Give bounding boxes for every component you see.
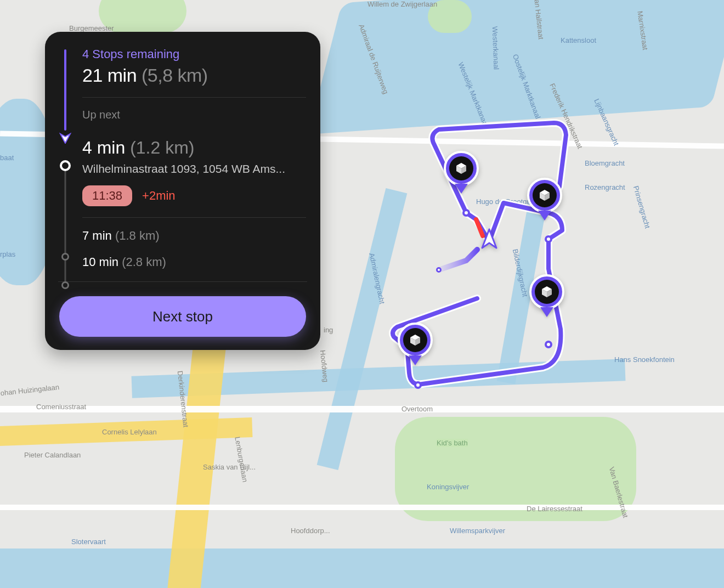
route-stop-dot	[545, 235, 552, 243]
next-stop-distance: (1.2 km)	[130, 138, 194, 157]
route-stop-dot	[462, 209, 470, 217]
total-eta: 21 min (5,8 km)	[82, 65, 306, 86]
eta-badge: 11:38	[82, 185, 132, 206]
next-stop-button[interactable]: Next stop	[59, 296, 306, 337]
later-stop-time: 10 min	[82, 255, 118, 269]
timeline-current-stop-icon	[60, 160, 71, 171]
timeline	[59, 47, 71, 269]
route-origin-dot	[436, 267, 442, 273]
total-distance-value: (5,8 km)	[142, 65, 208, 86]
package-icon	[449, 156, 473, 180]
divider	[82, 97, 306, 98]
route-stop-dot	[545, 341, 552, 348]
map-pin[interactable]	[527, 178, 562, 222]
next-stop-time: 4 min	[82, 138, 125, 157]
package-icon	[533, 183, 557, 207]
next-stop-eta: 4 min (1.2 km)	[82, 138, 306, 158]
map-pin[interactable]	[398, 323, 433, 366]
map-pin[interactable]	[444, 151, 479, 195]
navigation-arrow-icon	[480, 228, 499, 252]
divider	[58, 281, 307, 282]
timeline-stop-icon	[61, 253, 69, 261]
package-icon	[535, 280, 559, 304]
later-stop-distance: (2.8 km)	[122, 255, 166, 269]
up-next-label: Up next	[82, 109, 306, 121]
timeline-stop-icon	[61, 281, 69, 289]
later-stop: 10 min (2.8 km)	[82, 255, 306, 269]
map-pin[interactable]	[529, 274, 564, 318]
next-stop-address: Wilhelminastraat 1093, 1054 WB Ams...	[82, 162, 306, 176]
later-stop-distance: (1.8 km)	[115, 229, 160, 242]
later-stop-time: 7 min	[82, 229, 112, 242]
route-stop-dot	[414, 381, 422, 389]
stops-remaining-label: 4 Stops remaining	[82, 47, 306, 61]
route-panel: 4 Stops remaining 21 min (5,8 km) Up nex…	[45, 32, 320, 350]
total-time-value: 21 min	[82, 65, 137, 86]
later-stop: 7 min (1.8 km)	[82, 229, 306, 243]
divider	[82, 217, 306, 218]
delay-label: +2min	[142, 189, 176, 203]
package-icon	[403, 328, 427, 352]
